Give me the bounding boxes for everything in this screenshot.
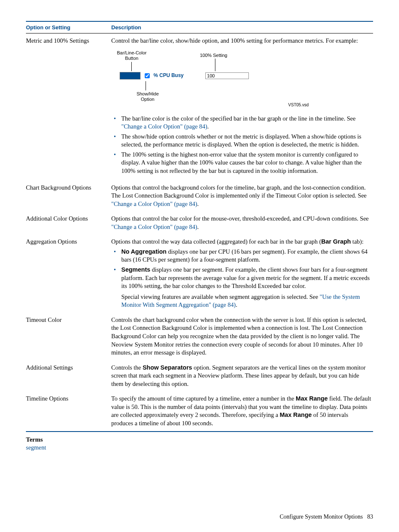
color-swatch[interactable]: [120, 72, 141, 80]
aggregation-tail: Special viewing features are available w…: [121, 293, 371, 309]
terms-link-segment[interactable]: segment: [26, 444, 373, 451]
show-separators-label: Show Separators: [143, 364, 192, 371]
terms-heading: Terms: [26, 436, 373, 443]
table-bottom-rule: [26, 431, 373, 432]
link-change-color[interactable]: "Change a Color Option" (page 84): [111, 200, 197, 207]
desc-text: Controls the: [111, 364, 143, 371]
row-timeout-color: Timeout Color Controls the chart backgro…: [26, 313, 373, 360]
metric-intro: Control the bar/line color, show/hide op…: [111, 37, 358, 44]
callout-line: [146, 81, 146, 90]
header-description: Description: [111, 22, 373, 33]
list-item: No Aggregation displays one bar per CPU …: [119, 248, 371, 264]
desc-text: Options that control the bar color for t…: [111, 215, 369, 222]
row-additional-color: Additional Color Options Options that co…: [26, 211, 373, 234]
no-aggregation-label: No Aggregation: [121, 248, 166, 255]
row-timeline-options: Timeline Options To specify the amount o…: [26, 391, 373, 431]
footer-page: 83: [367, 514, 373, 520]
row-metric-settings: Metric and 100% Settings Control the bar…: [26, 33, 373, 180]
desc-text: .: [236, 301, 238, 308]
list-item: The bar/line color is the color of the s…: [119, 115, 371, 131]
option-label: Aggregation Options: [26, 234, 111, 313]
row-additional-settings: Additional Settings Controls the Show Se…: [26, 360, 373, 392]
desc-text: tab):: [351, 238, 363, 245]
callout-line: [131, 62, 132, 71]
option-label: Timeout Color: [26, 313, 111, 360]
max-range-label: Max Range: [280, 411, 312, 418]
label-100-setting: 100% Setting: [200, 53, 227, 58]
bullet-text: displays one bar per segment. For exampl…: [121, 266, 370, 289]
table-header-row: Option or Setting Description: [26, 22, 373, 33]
option-label: Metric and 100% Settings: [26, 33, 111, 180]
option-description: Options that control the background colo…: [111, 180, 373, 212]
desc-text: Options that control the way data collec…: [111, 238, 321, 245]
desc-text: .: [197, 200, 199, 207]
option-description: Controls the chart background color when…: [111, 313, 373, 360]
page-footer: Configure System Monitor Options 83: [280, 514, 373, 520]
list-item: Segments displays one bar per segment. F…: [119, 266, 371, 290]
show-hide-checkbox[interactable]: [145, 73, 150, 78]
desc-text: To specify the amount of time captured b…: [111, 395, 296, 402]
desc-text: Options that control the background colo…: [111, 184, 367, 199]
header-option: Option or Setting: [26, 22, 111, 33]
max-range-label: Max Range: [296, 395, 328, 402]
row-aggregation: Aggregation Options Options that control…: [26, 234, 373, 313]
bar-graph-tab-label: Bar Graph: [321, 238, 351, 245]
option-description: Options that control the way data collec…: [111, 234, 373, 313]
option-description: Control the bar/line color, show/hide op…: [111, 33, 373, 180]
list-item: The show/hide option controls whether or…: [119, 133, 371, 149]
aggregation-bullets: No Aggregation displays one bar per CPU …: [111, 248, 371, 290]
bullet-text: .: [207, 123, 209, 130]
segments-label: Segments: [121, 266, 150, 273]
metric-diagram: Bar/Line-Color Button 100% Setting % CPU…: [111, 50, 371, 109]
desc-text: Special viewing features are available w…: [121, 293, 320, 300]
document-page: Option or Setting Description Metric and…: [0, 0, 399, 532]
metric-name-label: % CPU Busy: [153, 72, 184, 79]
metric-row-widget: % CPU Busy: [120, 72, 249, 80]
options-table: Option or Setting Description Metric and…: [26, 22, 373, 431]
label-show-hide: Show/Hide Option: [133, 91, 162, 102]
metric-bullets: The bar/line color is the color of the s…: [111, 115, 371, 175]
footer-title: Configure System Monitor Options: [280, 514, 363, 520]
desc-text: .: [197, 224, 199, 230]
link-change-color[interactable]: "Change a Color Option" (page 84): [111, 224, 197, 230]
hundred-percent-input[interactable]: [205, 72, 249, 79]
diagram-source: VST05.vsd: [288, 102, 309, 108]
callout-line: [215, 59, 215, 71]
option-description: Options that control the bar color for t…: [111, 211, 373, 234]
row-chart-bg: Chart Background Options Options that co…: [26, 180, 373, 212]
option-description: To specify the amount of time captured b…: [111, 391, 373, 431]
label-color-button: Bar/Line-Color Button: [113, 50, 151, 61]
list-item: The 100% setting is the highest non-erro…: [119, 151, 371, 175]
option-label: Timeline Options: [26, 391, 111, 431]
option-label: Additional Settings: [26, 360, 111, 392]
link-change-color[interactable]: "Change a Color Option" (page 84): [121, 123, 207, 130]
bullet-text: The bar/line color is the color of the s…: [121, 115, 356, 122]
option-label: Additional Color Options: [26, 211, 111, 234]
option-label: Chart Background Options: [26, 180, 111, 212]
option-description: Controls the Show Separators option. Seg…: [111, 360, 373, 392]
